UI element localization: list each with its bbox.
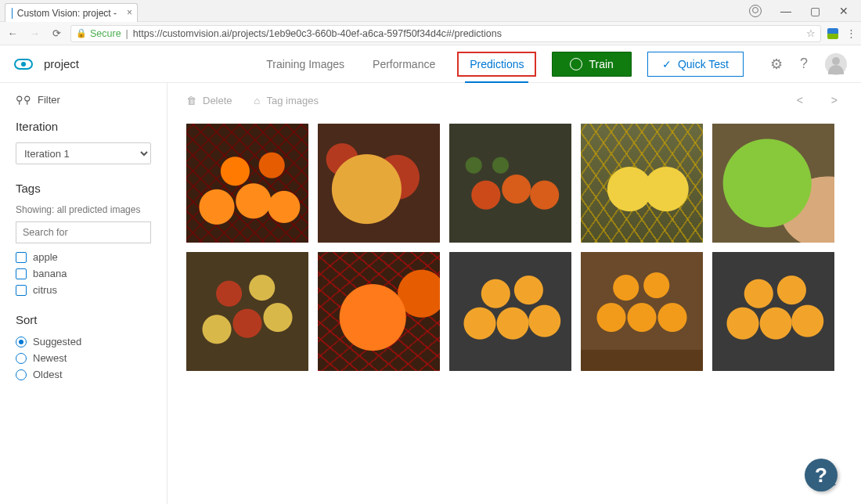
tag-checkbox-banana[interactable]: banana: [16, 268, 151, 279]
tag-label: apple: [33, 251, 58, 263]
bookmark-star-icon[interactable]: ☆: [806, 27, 816, 39]
sort-option-suggested[interactable]: Suggested: [16, 336, 151, 347]
prediction-thumbnail[interactable]: [186, 124, 308, 243]
prediction-thumbnail[interactable]: [318, 252, 440, 371]
page-next-icon[interactable]: >: [831, 94, 838, 106]
radio-icon: [16, 353, 27, 364]
sort-label: Newest: [33, 352, 67, 364]
help-question-icon[interactable]: ?: [800, 56, 808, 72]
tag-icon: ⌂: [254, 95, 261, 106]
tab-title: Custom Vision: project -: [17, 8, 117, 19]
tags-showing-text: Showing: all predicted images: [16, 204, 151, 215]
prediction-thumbnail[interactable]: [449, 252, 571, 371]
page-prev-icon[interactable]: <: [797, 94, 803, 106]
train-gear-icon: [570, 58, 582, 70]
quick-test-button-label: Quick Test: [678, 58, 729, 70]
url-text: https://customvision.ai/projects/1eb9e0c…: [133, 28, 502, 39]
chrome-profile-icon[interactable]: [749, 5, 762, 17]
checkbox-icon: [16, 268, 27, 279]
sort-heading: Sort: [16, 313, 151, 326]
prediction-thumbnail[interactable]: [318, 124, 440, 243]
custom-vision-logo-icon[interactable]: [14, 59, 33, 70]
nav-reload-icon[interactable]: ⟳: [49, 27, 64, 39]
radio-icon: [16, 369, 27, 380]
tab-close-icon[interactable]: ×: [127, 7, 132, 18]
tags-search-input[interactable]: [16, 221, 151, 243]
tab-training-images[interactable]: Training Images: [260, 47, 351, 81]
tags-heading: Tags: [16, 182, 151, 195]
checkbox-icon: [16, 252, 27, 263]
prediction-thumbnail[interactable]: [581, 124, 703, 243]
tag-checkbox-apple[interactable]: apple: [16, 251, 151, 263]
window-maximize-icon[interactable]: ▢: [810, 5, 820, 17]
tag-images-button[interactable]: ⌂ Tag images: [254, 95, 319, 106]
checkbox-icon: [16, 285, 27, 296]
prediction-thumbnail[interactable]: [712, 252, 834, 371]
sort-label: Suggested: [33, 336, 81, 347]
nav-back-icon[interactable]: ←: [5, 27, 20, 39]
help-bubble-label: ?: [815, 463, 827, 488]
delete-label: Delete: [203, 95, 232, 106]
nav-forward-icon: →: [27, 27, 42, 39]
sort-label: Oldest: [33, 369, 63, 380]
address-bar[interactable]: 🔒 Secure | https://customvision.ai/proje…: [70, 25, 821, 42]
prediction-thumbnail[interactable]: [581, 252, 703, 371]
browser-tab[interactable]: Custom Vision: project - ×: [5, 3, 138, 22]
settings-gear-icon[interactable]: ⚙: [770, 56, 783, 73]
tab-performance[interactable]: Performance: [366, 47, 441, 81]
filter-icon: ⚲⚲: [16, 94, 31, 106]
sort-option-oldest[interactable]: Oldest: [16, 369, 151, 380]
chrome-menu-icon[interactable]: ⋮: [846, 27, 856, 39]
prediction-thumbnail[interactable]: [712, 124, 834, 243]
prediction-thumbnail[interactable]: [186, 252, 308, 371]
radio-icon: [16, 337, 27, 347]
window-minimize-icon[interactable]: —: [780, 5, 791, 17]
lock-icon: 🔒: [76, 28, 87, 38]
sort-option-newest[interactable]: Newest: [16, 352, 151, 364]
iteration-select[interactable]: Iteration 1: [16, 142, 151, 164]
tag-checkbox-citrus[interactable]: citrus: [16, 284, 151, 296]
sidebar-filter-row[interactable]: ⚲⚲ Filter: [16, 94, 151, 106]
secure-label: Secure: [90, 28, 121, 39]
help-chat-bubble-icon[interactable]: ?: [805, 459, 838, 491]
tab-favicon: [12, 8, 13, 19]
quick-test-button[interactable]: ✓ Quick Test: [647, 52, 744, 77]
filter-label: Filter: [38, 94, 60, 106]
tag-label: citrus: [33, 284, 57, 296]
quicktest-check-icon: ✓: [662, 58, 672, 70]
delete-button[interactable]: 🗑 Delete: [186, 95, 232, 106]
prediction-thumbnail[interactable]: [449, 124, 571, 243]
train-button-label: Train: [589, 58, 613, 70]
trash-icon: 🗑: [186, 95, 196, 106]
user-avatar[interactable]: [825, 53, 847, 75]
tag-images-label: Tag images: [266, 95, 318, 106]
tag-label: banana: [33, 268, 67, 279]
tab-predictions[interactable]: Predictions: [457, 52, 536, 77]
iteration-heading: Iteration: [16, 120, 151, 133]
train-button[interactable]: Train: [552, 52, 631, 77]
windows-app-icon[interactable]: [827, 28, 838, 39]
project-name[interactable]: project: [44, 57, 79, 70]
window-close-icon[interactable]: ✕: [839, 5, 858, 17]
